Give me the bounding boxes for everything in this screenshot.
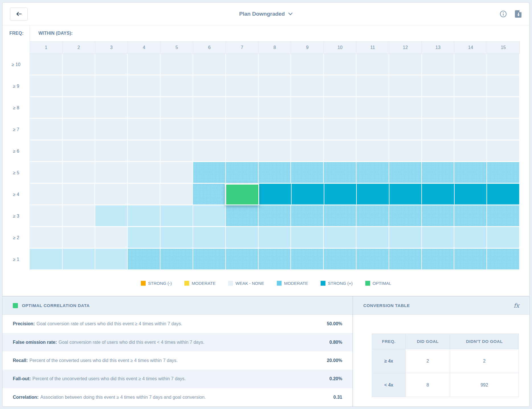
event-selector-dropdown[interactable]: Plan Downgraded	[239, 11, 293, 17]
heatmap-cell[interactable]	[356, 205, 389, 227]
heatmap-cell[interactable]	[324, 54, 356, 75]
heatmap-cell[interactable]	[193, 249, 226, 270]
heatmap-cell[interactable]	[193, 119, 226, 140]
heatmap-cell[interactable]	[193, 97, 226, 119]
heatmap-cell[interactable]	[389, 249, 422, 270]
heatmap-cell[interactable]	[95, 184, 128, 205]
heatmap-cell[interactable]	[389, 162, 422, 184]
heatmap-cell[interactable]	[422, 184, 455, 205]
heatmap-cell[interactable]	[356, 75, 389, 97]
heatmap-cell[interactable]	[389, 140, 422, 162]
heatmap-cell[interactable]	[487, 205, 520, 227]
heatmap-cell[interactable]	[324, 119, 356, 140]
heatmap-cell[interactable]	[160, 119, 193, 140]
heatmap-cell[interactable]	[160, 227, 193, 249]
heatmap-cell[interactable]	[63, 97, 95, 119]
heatmap-cell[interactable]	[422, 75, 455, 97]
heatmap-cell[interactable]	[324, 205, 356, 227]
heatmap-cell[interactable]	[389, 119, 422, 140]
heatmap-cell[interactable]	[324, 249, 356, 270]
heatmap-cell[interactable]	[422, 119, 455, 140]
heatmap-cell[interactable]	[128, 184, 160, 205]
heatmap-cell[interactable]	[128, 119, 160, 140]
heatmap-cell[interactable]	[30, 119, 63, 140]
heatmap-cell[interactable]	[291, 205, 324, 227]
heatmap-cell[interactable]	[226, 249, 259, 270]
heatmap-cell[interactable]	[291, 97, 324, 119]
heatmap-cell[interactable]	[160, 184, 193, 205]
heatmap-cell[interactable]	[389, 227, 422, 249]
heatmap-cell[interactable]	[259, 54, 291, 75]
heatmap-cell[interactable]	[487, 184, 520, 205]
export-download-icon[interactable]	[515, 10, 522, 18]
heatmap-cell[interactable]	[356, 227, 389, 249]
heatmap-cell[interactable]	[291, 54, 324, 75]
heatmap-cell[interactable]	[291, 162, 324, 184]
heatmap-cell[interactable]	[389, 75, 422, 97]
heatmap-cell[interactable]	[95, 119, 128, 140]
heatmap-cell[interactable]	[259, 97, 291, 119]
heatmap-cell[interactable]	[63, 162, 95, 184]
heatmap-cell[interactable]	[30, 249, 63, 270]
heatmap-cell[interactable]	[30, 205, 63, 227]
heatmap-cell[interactable]	[422, 54, 455, 75]
back-button[interactable]	[10, 7, 28, 21]
heatmap-cell[interactable]	[389, 205, 422, 227]
heatmap-cell[interactable]	[454, 140, 487, 162]
heatmap-cell[interactable]	[193, 140, 226, 162]
heatmap-cell[interactable]	[30, 140, 63, 162]
heatmap-cell[interactable]	[487, 162, 520, 184]
heatmap-cell[interactable]	[259, 205, 291, 227]
heatmap-cell[interactable]	[487, 54, 520, 75]
heatmap-cell[interactable]	[291, 119, 324, 140]
heatmap-cell[interactable]	[422, 97, 455, 119]
heatmap-cell[interactable]	[30, 75, 63, 97]
heatmap-cell[interactable]	[324, 162, 356, 184]
heatmap-cell[interactable]	[128, 54, 160, 75]
heatmap-cell[interactable]	[324, 97, 356, 119]
heatmap-cell[interactable]	[356, 119, 389, 140]
heatmap-cell[interactable]	[226, 54, 259, 75]
heatmap-cell[interactable]	[160, 140, 193, 162]
heatmap-cell[interactable]	[259, 75, 291, 97]
heatmap-cell[interactable]	[193, 184, 226, 205]
heatmap-cell[interactable]	[356, 54, 389, 75]
heatmap-cell[interactable]	[389, 184, 422, 205]
heatmap-cell[interactable]	[160, 54, 193, 75]
heatmap-cell[interactable]	[30, 184, 63, 205]
heatmap-cell[interactable]	[487, 227, 520, 249]
heatmap-cell[interactable]	[454, 54, 487, 75]
heatmap-cell[interactable]	[63, 54, 95, 75]
heatmap-cell[interactable]	[160, 249, 193, 270]
heatmap-cell[interactable]	[128, 227, 160, 249]
heatmap-cell[interactable]	[128, 140, 160, 162]
heatmap-cell[interactable]	[128, 97, 160, 119]
formula-fx-icon[interactable]: fx	[514, 302, 519, 309]
heatmap-cell[interactable]	[291, 249, 324, 270]
heatmap-cell[interactable]	[193, 54, 226, 75]
heatmap-cell[interactable]	[63, 205, 95, 227]
heatmap-cell[interactable]	[30, 227, 63, 249]
heatmap-cell[interactable]	[226, 119, 259, 140]
heatmap-cell[interactable]	[95, 249, 128, 270]
heatmap-cell[interactable]	[226, 205, 259, 227]
heatmap-cell[interactable]	[422, 249, 455, 270]
heatmap-cell[interactable]	[487, 249, 520, 270]
heatmap-cell[interactable]	[226, 162, 259, 184]
heatmap-cell[interactable]	[95, 54, 128, 75]
heatmap-cell[interactable]	[324, 140, 356, 162]
heatmap-cell[interactable]	[356, 249, 389, 270]
heatmap-cell[interactable]	[128, 205, 160, 227]
heatmap-cell[interactable]	[422, 227, 455, 249]
heatmap-cell[interactable]	[454, 97, 487, 119]
heatmap-cell[interactable]	[160, 97, 193, 119]
heatmap-cell[interactable]	[389, 54, 422, 75]
heatmap-cell[interactable]	[454, 249, 487, 270]
heatmap-cell[interactable]	[63, 227, 95, 249]
heatmap-cell[interactable]	[160, 162, 193, 184]
heatmap-cell[interactable]	[324, 75, 356, 97]
heatmap-cell[interactable]	[160, 75, 193, 97]
heatmap-cell[interactable]	[292, 184, 324, 205]
heatmap-cell[interactable]	[324, 184, 357, 205]
heatmap-cell[interactable]	[454, 162, 487, 184]
